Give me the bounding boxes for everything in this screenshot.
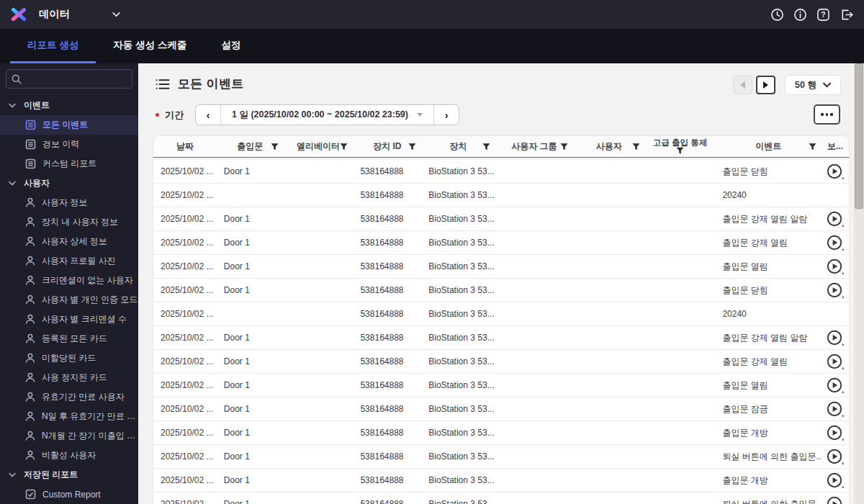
sidebar-section[interactable]: 이벤트 — [0, 96, 138, 115]
cell-date: 2025/10/02 ... — [153, 404, 217, 414]
sidebar-item[interactable]: 사용자 별 크리덴셜 수 — [0, 310, 138, 329]
sidebar-item[interactable]: 장치 내 사용자 정보 — [0, 212, 138, 232]
table-row[interactable]: 2025/10/02 ...Door 1538164888BioStation … — [153, 469, 849, 492]
user-icon — [25, 392, 35, 402]
next-page-button[interactable] — [756, 76, 775, 94]
cell-device_id: 538164888 — [353, 333, 421, 343]
filter-funnel-icon[interactable] — [676, 147, 684, 155]
period-row: 기간 ‹ 1 일 (2025/10/02 00:00 ~ 2025/10/02 … — [156, 104, 459, 125]
sidebar-section[interactable]: 사용자 — [0, 174, 138, 193]
column-header-advanced_ac[interactable]: 고급 출입 통제 — [645, 136, 716, 157]
filter-funnel-icon[interactable] — [482, 143, 490, 150]
play-video-button[interactable] — [827, 330, 845, 346]
rows-per-page-dropdown[interactable]: 50 행 — [785, 75, 841, 95]
page-title: 모든 이벤트 — [178, 76, 244, 92]
cell-date: 2025/10/02 ... — [153, 261, 217, 271]
sidebar-item[interactable]: 사용자 상세 정보 — [0, 232, 138, 251]
info-icon[interactable] — [793, 8, 807, 22]
table-row[interactable]: 2025/10/02 ...Door 1538164888BioStation … — [153, 421, 849, 445]
play-video-button[interactable] — [827, 449, 845, 465]
play-video-button[interactable] — [827, 377, 845, 394]
period-prev-button[interactable]: ‹ — [196, 105, 220, 125]
sidebar-item[interactable]: 경보 이력 — [0, 135, 138, 154]
column-header-date[interactable]: 날짜 — [153, 136, 217, 157]
cell-door: Door 1 — [217, 261, 284, 271]
scrollbar-thumb[interactable] — [855, 63, 863, 209]
table-row[interactable]: 2025/10/02 ...Door 1538164888BioStation … — [153, 231, 849, 255]
sidebar-item[interactable]: 사용자 정보 — [0, 193, 138, 212]
sidebar-item[interactable]: N개월 간 장기 미출입 사... — [0, 426, 138, 446]
play-video-button[interactable] — [827, 472, 845, 489]
table-row[interactable]: 2025/10/02 ...Door 1538164888BioStation … — [153, 445, 849, 469]
column-header-device_id[interactable]: 장치 ID — [353, 136, 421, 157]
clock-icon[interactable] — [770, 8, 784, 22]
search-icon — [12, 74, 22, 84]
table-row[interactable]: 2025/10/02 ...Door 1538164888BioStation … — [153, 326, 849, 350]
column-header-user[interactable]: 사용자 — [573, 136, 645, 157]
vertical-scrollbar[interactable] — [854, 63, 864, 504]
play-video-button[interactable] — [827, 401, 845, 418]
column-header-label: 엘리베이터 — [297, 140, 340, 153]
table-row[interactable]: 2025/10/02 ...538164888BioStation 3 53..… — [153, 184, 849, 207]
column-header-device[interactable]: 장치 — [421, 136, 495, 157]
sidebar-item[interactable]: Custom Report — [0, 485, 138, 504]
period-dropdown[interactable]: 1 일 (2025/10/02 00:00 ~ 2025/10/02 23:59… — [220, 105, 434, 125]
sidebar-item[interactable]: N일 후 유효기간 만료 사... — [0, 407, 138, 426]
logout-icon[interactable] — [840, 8, 854, 22]
table-row[interactable]: 2025/10/02 ...Door 1538164888BioStation … — [153, 374, 849, 397]
column-header-door[interactable]: 출입문 — [217, 136, 284, 157]
sidebar-item[interactable]: 커스텀 리포트 — [0, 154, 138, 174]
chevron-down-icon[interactable] — [112, 12, 120, 17]
sidebar-item[interactable]: 모든 이벤트 — [0, 115, 138, 135]
sidebar-item[interactable]: 미할당된 카드 — [0, 348, 138, 368]
sidebar-item[interactable]: 등록된 모든 카드 — [0, 329, 138, 348]
report-doc-icon — [25, 120, 36, 130]
search-input[interactable] — [26, 74, 127, 84]
filter-funnel-icon[interactable] — [271, 143, 279, 150]
sidebar-search-box[interactable] — [6, 69, 132, 89]
sidebar-section[interactable]: 저장된 리포트 — [0, 465, 138, 485]
tab-auto-generation-schedule[interactable]: 자동 생성 스케줄 — [96, 29, 204, 63]
column-header-elevator[interactable]: 엘리베이터 — [284, 136, 354, 157]
table-row[interactable]: 2025/10/02 ...Door 1538164888BioStation … — [153, 492, 849, 504]
table-row[interactable]: 2025/10/02 ...Door 1538164888BioStation … — [153, 207, 849, 231]
table-row[interactable]: 2025/10/02 ...Door 1538164888BioStation … — [153, 279, 849, 302]
filter-funnel-icon[interactable] — [632, 143, 640, 150]
filter-funnel-icon[interactable] — [560, 143, 568, 150]
more-options-button[interactable] — [814, 104, 840, 125]
tab-report-generation[interactable]: 리포트 생성 — [10, 29, 96, 63]
table-row[interactable]: 2025/10/02 ...538164888BioStation 3 53..… — [153, 302, 849, 326]
column-header-event[interactable]: 이벤트 — [715, 136, 822, 157]
play-video-button[interactable] — [827, 258, 845, 275]
sidebar-item[interactable]: 크리덴셜이 없는 사용자 — [0, 271, 138, 290]
column-header-user_group[interactable]: 사용자 그룹 — [495, 136, 573, 157]
column-header-video[interactable]: 보... — [822, 136, 849, 157]
sidebar-item[interactable]: 사용 정지된 카드 — [0, 368, 138, 387]
filter-funnel-icon[interactable] — [809, 143, 816, 150]
sidebar-item[interactable]: 비활성 사용자 — [0, 446, 138, 465]
help-icon[interactable]: ? — [816, 8, 830, 22]
play-video-button[interactable] — [827, 496, 845, 504]
play-video-button[interactable] — [827, 282, 845, 299]
svg-text:?: ? — [821, 11, 825, 19]
period-next-button[interactable]: › — [434, 105, 459, 125]
play-video-button[interactable] — [827, 425, 845, 441]
play-video-button[interactable] — [827, 163, 845, 180]
sidebar-item[interactable]: 사용자 프로필 사진 — [0, 251, 138, 271]
table-row[interactable]: 2025/10/02 ...Door 1538164888BioStation … — [153, 350, 849, 374]
table-row[interactable]: 2025/10/02 ...Door 1538164888BioStation … — [153, 160, 849, 184]
filter-funnel-icon[interactable] — [340, 143, 348, 150]
sidebar-item[interactable]: 사용자 별 개인 인증 모드 — [0, 290, 138, 310]
prev-page-button[interactable] — [733, 76, 752, 94]
table-row[interactable]: 2025/10/02 ...Door 1538164888BioStation … — [153, 255, 849, 279]
play-video-button[interactable] — [827, 235, 845, 251]
table-row[interactable]: 2025/10/02 ...Door 1538164888BioStation … — [153, 397, 849, 421]
play-video-button[interactable] — [827, 211, 845, 228]
sidebar-item-label: N일 후 유효기간 만료 사... — [42, 410, 138, 423]
play-video-button[interactable] — [827, 354, 845, 370]
sidebar-item[interactable]: 유효기간 만료 사용자 — [0, 387, 138, 407]
column-header-label: 고급 출입 통제 — [653, 138, 707, 147]
tab-settings[interactable]: 설정 — [204, 29, 258, 63]
filter-funnel-icon[interactable] — [408, 143, 416, 150]
next-page-icon — [763, 81, 768, 89]
